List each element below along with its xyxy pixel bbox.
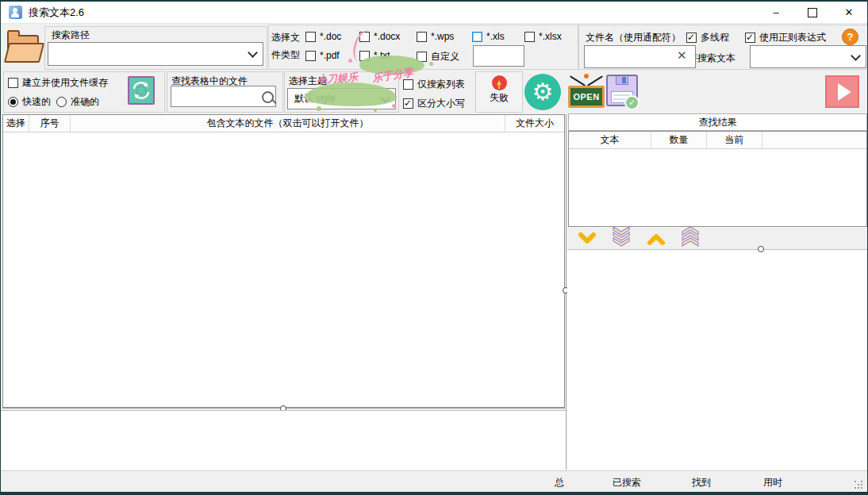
chevron-down-icon xyxy=(578,232,597,245)
chevron-down-icon xyxy=(380,93,390,103)
check-badge-icon: ✓ xyxy=(624,95,639,110)
theme-label: 选择主题 xyxy=(289,75,327,88)
fail-label: 失败 xyxy=(476,91,522,105)
checkbox-box-icon xyxy=(417,32,427,42)
filetype-custom-checkbox[interactable]: 自定义 xyxy=(417,50,459,63)
status-total-label: 总 xyxy=(555,476,564,489)
checkbox-box-icon xyxy=(745,33,755,43)
filetype-txt-checkbox[interactable]: *.txt xyxy=(359,50,390,61)
search-path-combobox[interactable] xyxy=(48,42,263,66)
regex-checkbox[interactable]: 使用正则表达式 xyxy=(745,31,826,44)
sign-string-icon xyxy=(587,75,603,86)
checkbox-box-icon xyxy=(403,79,413,90)
checkbox-box-icon xyxy=(305,51,316,61)
checkbox-box-icon xyxy=(359,32,370,42)
chevron-up-icon xyxy=(647,232,666,245)
filename-label: 文件名（使用通配符） xyxy=(586,31,681,44)
filetype-xls-checkbox[interactable]: *.xls xyxy=(472,31,505,42)
clear-filename-icon[interactable]: ✕ xyxy=(677,48,687,63)
accurate-radio[interactable]: 准确的 xyxy=(56,95,99,109)
search-list-only-checkbox[interactable]: 仅搜索列表 xyxy=(403,78,465,91)
results-table-body xyxy=(569,149,866,227)
minimize-button[interactable]: – xyxy=(758,2,794,23)
triple-chevron-down-icon xyxy=(612,226,631,247)
col-file: 包含文本的文件（双击可以打开文件） xyxy=(71,115,505,132)
col-filesize: 文件大小 xyxy=(505,115,564,132)
checkbox-box-icon xyxy=(686,33,697,43)
bottom-left-panel xyxy=(1,410,566,470)
close-button[interactable]: ✕ xyxy=(831,2,867,23)
first-match-button[interactable] xyxy=(678,226,703,247)
col-count: 数量 xyxy=(651,132,707,148)
status-time-label: 用时 xyxy=(763,476,782,489)
app-window: 搜索文本2.6 – ✕ 搜索路径 选择文 件类型 *.doc *.docx xyxy=(0,0,868,495)
filetype-pdf-checkbox[interactable]: *.pdf xyxy=(305,50,340,61)
next-match-button[interactable] xyxy=(574,228,600,249)
file-cache-checkbox[interactable]: 建立并使用文件缓存 xyxy=(8,76,108,90)
fail-status-button[interactable]: 失败 xyxy=(475,71,523,113)
triple-chevron-up-icon xyxy=(681,226,700,247)
results-header-row: 文本 数量 当前 xyxy=(569,132,866,149)
col-current: 当前 xyxy=(707,132,762,148)
find-in-table-input[interactable] xyxy=(171,86,276,107)
search-text-combobox[interactable] xyxy=(750,45,866,68)
main-area: 搜索路径 选择文 件类型 *.doc *.docx *.wps *.xls *.… xyxy=(1,24,867,492)
status-bar: 总 已搜索 找到 用时 xyxy=(1,470,867,492)
file-type-label-line2: 件类型 xyxy=(271,48,300,62)
checkbox-box-icon xyxy=(8,78,18,88)
sign-string-icon xyxy=(570,75,586,86)
custom-extension-input[interactable] xyxy=(473,45,524,67)
checkbox-box-icon xyxy=(403,98,413,109)
bottom-right-panel xyxy=(567,249,867,470)
browse-folder-button[interactable] xyxy=(6,29,44,63)
file-table-body xyxy=(3,132,564,408)
search-path-label: 搜索路径 xyxy=(52,29,90,42)
theme-value: 默认.style xyxy=(294,92,336,106)
filetype-wps-checkbox[interactable]: *.wps xyxy=(417,31,454,42)
refresh-button[interactable] xyxy=(128,76,155,105)
maximize-button[interactable] xyxy=(794,2,831,23)
prev-match-button[interactable] xyxy=(643,228,669,249)
results-table: 文本 数量 当前 xyxy=(568,131,867,227)
filetype-doc-checkbox[interactable]: *.doc xyxy=(305,31,341,42)
help-icon[interactable]: ? xyxy=(842,29,858,45)
multithread-checkbox[interactable]: 多线程 xyxy=(686,31,729,44)
col-select: 选择 xyxy=(3,115,29,132)
theme-combobox[interactable]: 默认.style xyxy=(287,88,396,109)
checkbox-box-icon xyxy=(417,52,427,62)
file-list-table: 选择 序号 包含文本的文件（双击可以打开文件） 文件大小 xyxy=(2,114,565,408)
refresh-icon xyxy=(131,80,152,101)
window-title: 搜索文本2.6 xyxy=(29,6,84,20)
filetype-docx-checkbox[interactable]: *.docx xyxy=(359,31,400,42)
splitter-handle[interactable] xyxy=(758,246,764,252)
file-type-label-line1: 选择文 xyxy=(271,31,300,44)
sign-knob-icon xyxy=(584,74,589,79)
filetype-xlsx-checkbox[interactable]: *.xlsx xyxy=(524,31,562,42)
search-icon xyxy=(262,91,274,103)
fail-icon xyxy=(492,75,507,90)
gear-icon: ⚙ xyxy=(532,80,554,104)
radio-circle-icon xyxy=(56,97,67,107)
col-index: 序号 xyxy=(29,115,71,132)
case-sensitive-checkbox[interactable]: 区分大小写 xyxy=(403,97,465,110)
resize-grip[interactable] xyxy=(855,481,856,482)
col-extra xyxy=(762,132,866,148)
fast-radio[interactable]: 快速的 xyxy=(8,95,51,109)
start-search-button[interactable] xyxy=(825,75,859,108)
app-icon xyxy=(9,6,22,19)
col-text: 文本 xyxy=(569,132,651,148)
title-bar[interactable]: 搜索文本2.6 – ✕ xyxy=(1,2,867,24)
floppy-shutter-icon xyxy=(616,76,628,85)
chevron-down-icon xyxy=(851,51,861,61)
settings-button[interactable]: ⚙ xyxy=(524,74,561,110)
maximize-icon xyxy=(808,8,817,17)
status-searched-label: 已搜索 xyxy=(613,476,641,489)
results-title-bar: 查找结果 xyxy=(568,113,867,131)
last-match-button[interactable] xyxy=(609,226,634,247)
checkbox-box-icon xyxy=(524,32,535,42)
radio-circle-icon xyxy=(8,97,18,107)
chevron-down-icon xyxy=(248,48,258,58)
checkbox-box-icon xyxy=(472,32,482,42)
checkbox-box-icon xyxy=(359,51,370,61)
open-file-button[interactable]: OPEN xyxy=(567,74,605,111)
